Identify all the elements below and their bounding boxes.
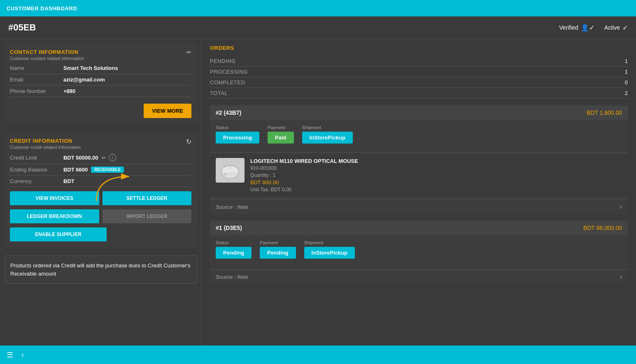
order-2-id: #1 (D3E5) [216, 225, 242, 231]
pending-summary-row: PENDING 1 [210, 56, 628, 67]
name-row: Name Smart Tech Solutions [10, 63, 191, 74]
order-1-source: Source : Web [216, 204, 248, 210]
order-1-shipment-group: Shipment InStorePickup [302, 125, 353, 144]
completed-value: 0 [625, 79, 628, 86]
ending-balance-label: Ending Balance [10, 167, 63, 173]
product-qty-1: Quantity : 1 [250, 172, 358, 178]
currency-row: Currency BDT [10, 176, 191, 187]
contact-info-subtitle: Customer contact related information [10, 56, 84, 61]
tooltip-box: Products ordered via Credit will add the… [4, 255, 197, 284]
order-1-status-label: Status [216, 125, 259, 130]
order-1-shipment-label: Shipment [302, 125, 353, 130]
product-sku-1: 910-001600 [250, 165, 358, 171]
order-1-source-row[interactable]: Source : Web › [210, 199, 628, 214]
processing-label: PROCESSING [210, 69, 248, 75]
order-card-2: #1 (D3E5) BDT 86,000.00 Status Pending P… [210, 220, 628, 284]
order-2-status-group: Status Pending [216, 240, 252, 259]
processing-value: 1 [625, 69, 628, 75]
order-card-1-header[interactable]: #2 (43B7) BDT 1,600.00 [210, 105, 628, 120]
mouse-icon [218, 160, 242, 181]
total-label: TOTAL [210, 90, 228, 96]
credit-info-section: CREDIT INFORMATION Customer credit relat… [4, 132, 197, 247]
settle-ledger-button[interactable]: SETTLE LEDGER [103, 191, 192, 205]
main-layout: CONTACT INFORMATION Customer contact rel… [0, 39, 636, 345]
credit-limit-label: Credit Limit [10, 155, 63, 161]
customer-id: #05EB [8, 22, 36, 33]
left-panel: CONTACT INFORMATION Customer contact rel… [0, 39, 202, 345]
pending-value: 1 [625, 58, 628, 64]
order-1-shipment-badge[interactable]: InStorePickup [302, 132, 353, 144]
credit-info-header: CREDIT INFORMATION Customer credit relat… [10, 138, 191, 150]
email-row: Email aziz@gmail.com [10, 74, 191, 86]
completed-summary-row: COMPLETED 0 [210, 77, 628, 88]
menu-icon[interactable]: ☰ [7, 350, 13, 359]
order-card-2-header[interactable]: #1 (D3E5) BDT 86,000.00 [210, 220, 628, 235]
enable-supplier-button[interactable]: ENABLE SUPPLIER [10, 227, 107, 241]
pending-label: PENDING [210, 58, 236, 64]
order-1-amount: BDT 1,600.00 [587, 109, 622, 116]
order-2-payment-label: Payment [260, 240, 296, 245]
tooltip-text: Products ordered via Credit will add the… [10, 262, 190, 277]
verified-icon: 👤✓ [581, 24, 594, 32]
back-icon[interactable]: ‹ [21, 350, 24, 359]
order-1-status-badge[interactable]: Processing [216, 132, 259, 144]
phone-label: Phone Number [10, 88, 63, 94]
email-value: aziz@gmail.com [63, 77, 105, 83]
order-2-status-label: Status [216, 240, 252, 245]
phone-value: +880 [63, 88, 75, 94]
svg-rect-3 [224, 173, 226, 175]
order-1-status-row: Status Processing Payment Paid Shipment … [216, 125, 622, 144]
email-label: Email [10, 77, 63, 83]
orders-summary: PENDING 1 PROCESSING 1 COMPLETED 0 TOTAL… [210, 56, 628, 99]
credit-btn-row-2: LEDGER BREAKDOWN IMPORT LEDGER [10, 209, 191, 223]
active-label: Active [604, 24, 620, 31]
order-2-status-badge[interactable]: Pending [216, 247, 252, 259]
verified-label: Verified [559, 24, 578, 31]
ending-balance-row: Ending Balance BDT 6600 RECEIVABLE [10, 164, 191, 176]
chevron-right-icon-1: › [620, 203, 622, 211]
header-status-group: Verified 👤✓ Active ✓ [559, 24, 628, 32]
order-2-payment-badge[interactable]: Pending [260, 247, 296, 259]
refresh-icon[interactable]: ↻ [186, 138, 191, 146]
order-2-source-row[interactable]: Source : Web › [210, 269, 628, 284]
verified-status: Verified 👤✓ [559, 24, 594, 32]
total-value: 2 [625, 90, 628, 96]
order-2-amount: BDT 86,000.00 [583, 225, 622, 231]
info-icon[interactable]: i [109, 154, 116, 161]
order-1-payment-group: Payment Paid [268, 125, 294, 144]
active-icon: ✓ [622, 24, 628, 32]
ending-balance-value: BDT 6600 [63, 167, 88, 173]
product-info-1: LOGITECH M110 WIRED OPTICAL MOUSE 910-00… [250, 158, 358, 192]
orders-title: ORDERS [210, 45, 628, 51]
credit-info-subtitle: Customer credit related information [10, 145, 81, 150]
order-1-status-group: Status Processing [216, 125, 259, 144]
order-2-shipment-badge[interactable]: InStorePickup [304, 247, 355, 259]
product-tax-1: Unit Tax: BDT 0.00 [250, 187, 358, 192]
order-2-shipment-label: Shipment [304, 240, 355, 245]
order-card-2-body: Status Pending Payment Pending Shipment … [210, 235, 628, 268]
order-1-id: #2 (43B7) [216, 109, 241, 116]
bottom-bar: ☰ ‹ [0, 345, 636, 364]
view-more-button[interactable]: VIEW MORE [144, 104, 191, 118]
active-status: Active ✓ [604, 24, 628, 32]
completed-label: COMPLETED [210, 79, 245, 86]
credit-btn-row-3: ENABLE SUPPLIER [10, 227, 191, 241]
view-invoices-button[interactable]: VIEW INVOICES [10, 191, 99, 205]
edit-credit-icon[interactable]: ✏ [102, 155, 106, 161]
order-2-shipment-group: Shipment InStorePickup [304, 240, 355, 259]
order-2-source: Source : Web [216, 274, 248, 280]
product-row-1: LOGITECH M110 WIRED OPTICAL MOUSE 910-00… [210, 153, 628, 198]
edit-icon[interactable]: ✏ [186, 49, 191, 56]
top-bar: CUSTOMER DASHBOARD [0, 0, 636, 16]
receivable-badge: RECEIVABLE [91, 167, 124, 173]
import-ledger-button[interactable]: IMPORT LEDGER [103, 209, 192, 223]
order-2-payment-group: Payment Pending [260, 240, 296, 259]
currency-label: Currency [10, 178, 63, 184]
header-row: #05EB Verified 👤✓ Active ✓ [0, 16, 636, 39]
product-price-1: BDT 800.00 [250, 179, 358, 185]
credit-limit-value: BDT 50000.00 [63, 155, 98, 161]
order-1-payment-badge[interactable]: Paid [268, 132, 294, 144]
ledger-breakdown-button[interactable]: LEDGER BREAKDOWN [10, 209, 99, 223]
product-name-1: LOGITECH M110 WIRED OPTICAL MOUSE [250, 158, 358, 164]
contact-info-section: CONTACT INFORMATION Customer contact rel… [4, 43, 197, 124]
